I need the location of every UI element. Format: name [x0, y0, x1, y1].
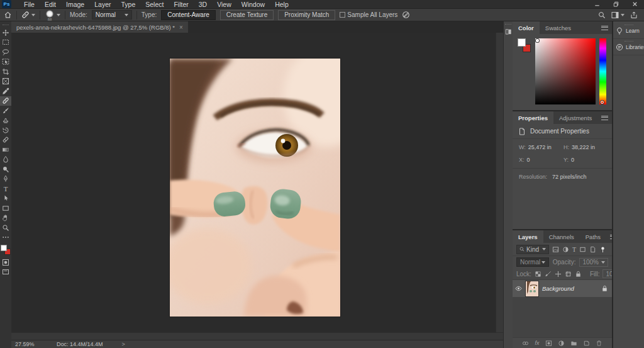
restore-button[interactable]	[606, 0, 625, 9]
color-panel-menu-button[interactable]	[597, 21, 612, 34]
workspace-switcher[interactable]	[611, 11, 625, 19]
pen-pressure-toggle[interactable]	[402, 11, 410, 19]
object-selection-tool-button[interactable]	[0, 57, 11, 67]
menu-layer[interactable]: Layer	[89, 0, 116, 9]
menu-select[interactable]: Select	[140, 0, 169, 9]
canvas-pasteboard[interactable]	[11, 33, 503, 332]
libraries-panel-button[interactable]: Libraries	[613, 39, 644, 55]
link-layers-button[interactable]	[522, 340, 529, 347]
filter-smart-objects-button[interactable]	[589, 246, 596, 253]
quick-mask-button[interactable]	[0, 257, 11, 267]
home-button[interactable]	[4, 11, 12, 19]
filter-shape-layers-button[interactable]	[579, 246, 586, 253]
dodge-tool-button[interactable]	[0, 164, 11, 174]
rectangle-tool-button[interactable]	[0, 203, 11, 213]
panel-color-swatches[interactable]	[518, 38, 531, 55]
history-brush-tool-button[interactable]	[0, 125, 11, 135]
zoom-tool-button[interactable]	[0, 223, 11, 233]
tab-swatches[interactable]: Swatches	[540, 21, 577, 34]
hue-slider-marker[interactable]	[601, 101, 604, 104]
proximity-match-button[interactable]: Proximity Match	[278, 10, 335, 20]
layer-lock-badge[interactable]	[601, 285, 608, 292]
tab-layers[interactable]: Layers	[513, 230, 543, 243]
filter-adjustment-layers-button[interactable]	[562, 246, 569, 253]
clone-stamp-tool-button[interactable]	[0, 116, 11, 126]
new-layer-button[interactable]	[583, 340, 590, 347]
layer-name[interactable]: Background	[542, 285, 574, 292]
tab-close-icon[interactable]: ×	[179, 24, 183, 31]
lock-position-button[interactable]	[555, 271, 562, 278]
menu-filter[interactable]: Filter	[169, 0, 193, 9]
dock-gripper[interactable]	[505, 24, 511, 25]
lock-artboard-button[interactable]	[565, 271, 572, 278]
panel-gripper[interactable]	[3, 25, 9, 26]
sample-all-layers-checkbox[interactable]: Sample All Layers	[340, 11, 397, 18]
screen-mode-button[interactable]	[0, 267, 11, 278]
saturation-brightness-picker[interactable]	[535, 38, 596, 104]
create-texture-button[interactable]: Create Texture	[220, 10, 274, 20]
menu-edit[interactable]: Edit	[40, 0, 61, 9]
layer-effects-button[interactable]: fx	[535, 340, 539, 346]
color-picker-marker[interactable]	[536, 39, 539, 42]
add-layer-mask-button[interactable]	[545, 340, 552, 347]
brush-size-picker[interactable]: 88	[45, 9, 60, 21]
spot-healing-brush-tool-button[interactable]	[0, 96, 11, 106]
properties-panel-menu-button[interactable]	[597, 111, 612, 124]
close-button[interactable]	[625, 0, 644, 9]
layer-visibility-toggle[interactable]	[515, 285, 522, 292]
layer-row-background[interactable]: Background	[513, 280, 612, 297]
menu-help[interactable]: Help	[270, 0, 294, 9]
lasso-tool-button[interactable]	[0, 47, 11, 57]
move-tool-button[interactable]	[0, 28, 11, 38]
document-tab[interactable]: pexels-anna-nekrashevich-6475988.jpg @ 2…	[11, 21, 188, 33]
minimize-button[interactable]	[587, 0, 606, 9]
vertical-scrollbar[interactable]	[496, 33, 503, 332]
foreground-background-colors[interactable]	[1, 245, 11, 255]
menu-type[interactable]: Type	[116, 0, 140, 9]
tab-color[interactable]: Color	[513, 21, 540, 34]
filter-toggle-button[interactable]	[599, 246, 606, 253]
layer-thumbnail[interactable]	[526, 281, 538, 296]
filter-type-layers-button[interactable]: T	[572, 246, 576, 253]
tab-properties[interactable]: Properties	[513, 111, 553, 124]
menu-file[interactable]: File	[19, 0, 40, 9]
eraser-tool-button[interactable]	[0, 135, 11, 145]
new-group-button[interactable]	[570, 340, 577, 347]
lock-all-button[interactable]	[575, 271, 582, 278]
hand-tool-button[interactable]	[0, 213, 11, 223]
filter-pixel-layers-button[interactable]	[552, 246, 559, 253]
eyedropper-tool-button[interactable]	[0, 86, 11, 96]
frame-tool-button[interactable]	[0, 77, 11, 87]
status-options-chevron[interactable]: >	[122, 341, 125, 347]
edit-toolbar-button[interactable]	[0, 233, 11, 243]
brush-tool-button[interactable]	[0, 106, 11, 116]
opacity-field[interactable]: 100%	[579, 258, 608, 267]
tab-paths[interactable]: Paths	[580, 230, 606, 243]
content-aware-button[interactable]: Content-Aware	[161, 10, 216, 20]
tab-channels[interactable]: Channels	[543, 230, 580, 243]
path-selection-tool-button[interactable]	[0, 194, 11, 204]
delete-layer-button[interactable]	[596, 340, 602, 347]
pen-tool-button[interactable]	[0, 174, 11, 184]
new-adjustment-layer-button[interactable]	[558, 340, 565, 347]
lock-transparency-button[interactable]	[535, 271, 541, 278]
menu-3d[interactable]: 3D	[194, 0, 212, 9]
share-button[interactable]	[630, 11, 638, 19]
foreground-color-swatch[interactable]	[1, 245, 7, 251]
gradient-tool-button[interactable]	[0, 145, 11, 155]
rectangular-marquee-tool-button[interactable]	[0, 38, 11, 48]
blur-tool-button[interactable]	[0, 155, 11, 165]
search-button[interactable]	[598, 11, 606, 19]
crop-tool-button[interactable]	[0, 67, 11, 77]
lock-pixels-button[interactable]	[545, 271, 552, 278]
type-tool-button[interactable]: T	[0, 184, 11, 194]
mode-dropdown[interactable]: Normal	[92, 10, 132, 20]
learn-panel-button[interactable]: Learn	[613, 23, 644, 39]
foreground-color-swatch[interactable]	[518, 38, 526, 47]
menu-image[interactable]: Image	[61, 0, 89, 9]
zoom-level-field[interactable]: 27.59%	[11, 341, 39, 347]
kind-filter-dropdown[interactable]: Kind	[516, 245, 549, 254]
hue-slider[interactable]	[599, 38, 606, 104]
horizontal-scrollbar[interactable]	[11, 332, 503, 340]
menu-view[interactable]: View	[212, 0, 236, 9]
